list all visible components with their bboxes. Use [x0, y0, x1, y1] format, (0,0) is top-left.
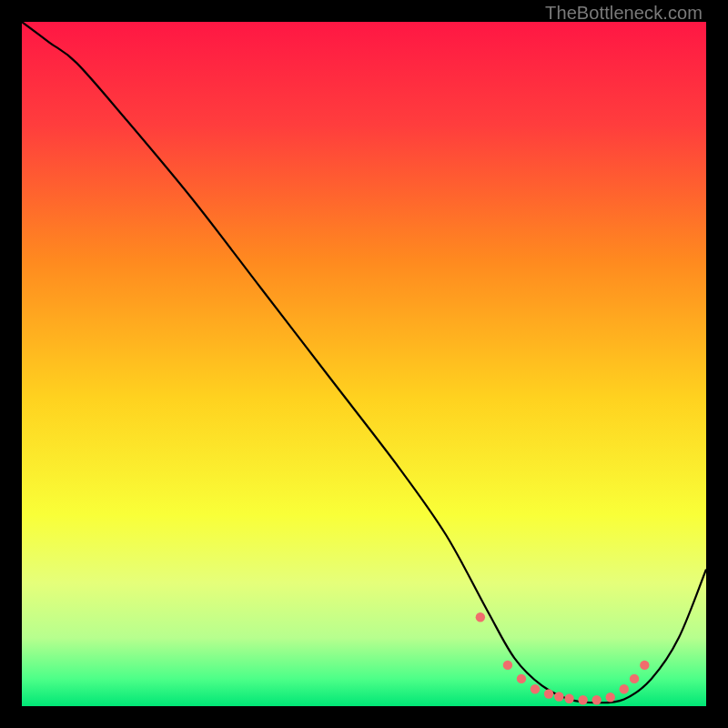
marker-point — [544, 689, 553, 698]
chart-frame — [22, 22, 706, 706]
marker-point — [503, 661, 512, 670]
marker-point — [564, 694, 573, 703]
marker-point — [606, 693, 615, 702]
marker-point — [630, 674, 639, 683]
marker-point — [517, 674, 526, 683]
marker-point — [620, 684, 629, 693]
watermark-label: TheBottleneck.com — [545, 3, 703, 24]
gradient-background — [22, 22, 706, 706]
marker-point — [554, 692, 563, 701]
marker-point — [531, 684, 540, 693]
marker-point — [476, 612, 485, 622]
marker-point — [640, 661, 649, 670]
bottleneck-chart — [22, 22, 706, 706]
marker-point — [592, 695, 601, 704]
marker-point — [578, 695, 587, 704]
